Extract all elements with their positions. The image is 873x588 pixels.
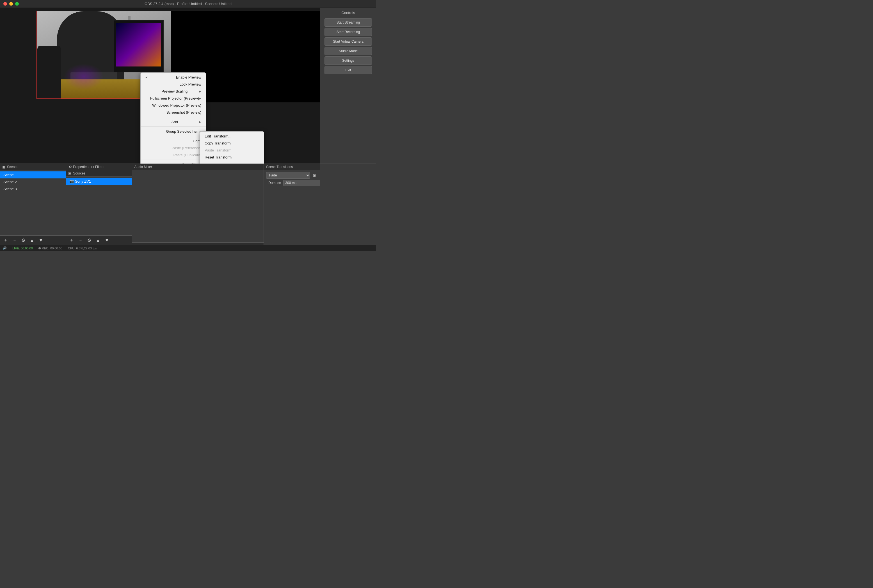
minimize-button[interactable]: [9, 2, 13, 6]
audio-mixer-content: [132, 170, 264, 242]
transitions-duration-row: Duration: [266, 179, 317, 187]
scenes-settings-button[interactable]: ⚙: [20, 237, 26, 243]
sources-up-button[interactable]: ▲: [95, 237, 101, 243]
sources-label: Sources: [73, 171, 85, 176]
ctx-lock-preview[interactable]: Lock Preview: [141, 81, 206, 88]
scenes-footer: ＋ － ⚙ ▲ ▼: [0, 236, 66, 245]
transitions-panel: Scene Transitions Fade ⚙ Duration: [264, 164, 320, 245]
ctx-preview-scaling[interactable]: Preview Scaling ▶: [141, 88, 206, 95]
sources-panel: ⚙ Properties ⊡ Filters ▣ Sources 📷 Sony …: [66, 164, 132, 245]
start-streaming-button[interactable]: Start Streaming: [325, 18, 372, 27]
maximize-button[interactable]: [15, 2, 19, 6]
scenes-icon: ▣: [2, 165, 5, 169]
context-menu: Enable Preview Lock Preview Preview Scal…: [140, 72, 206, 164]
sources-settings-button[interactable]: ⚙: [86, 237, 92, 243]
preview-scaling-arrow: ▶: [199, 90, 201, 93]
scenes-header: ▣ Scenes: [0, 164, 66, 170]
sources-header: ▣ Sources: [66, 170, 132, 177]
status-bar: 🔊 LIVE: 00:00:00 REC: 00:00:00 CPU: 6.8%…: [0, 245, 376, 251]
transitions-header: Scene Transitions: [264, 164, 320, 170]
live-status: LIVE: 00:00:00: [12, 247, 33, 250]
ctx-fullscreen-projector-preview[interactable]: Fullscreen Projector (Preview) ▶: [141, 95, 206, 102]
ctx-enable-preview[interactable]: Enable Preview: [141, 74, 206, 81]
rec-status: REC: 00:00:00: [39, 247, 62, 250]
transitions-settings-button[interactable]: ⚙: [311, 172, 317, 179]
ctx-screenshot-preview[interactable]: Screenshot (Preview): [141, 109, 206, 116]
properties-label: Properties: [73, 165, 89, 169]
ctx-paste-duplicate: Paste (Duplicate): [141, 152, 206, 159]
cpu-status: CPU: 6.8%,29.03 fps: [68, 247, 97, 250]
main-area: Enable Preview Lock Preview Preview Scal…: [0, 8, 376, 251]
transitions-type-select[interactable]: Fade: [266, 172, 310, 179]
scenes-panel: ▣ Scenes Scene Scene 2 Scene 3 ＋ － ⚙ ▲ ▼: [0, 164, 66, 245]
bottom-panels: ▣ Scenes Scene Scene 2 Scene 3 ＋ － ⚙ ▲ ▼…: [0, 164, 376, 245]
preview-canvas[interactable]: Enable Preview Lock Preview Preview Scal…: [0, 8, 376, 164]
scenes-list: Scene Scene 2 Scene 3: [0, 170, 66, 236]
ctx-add[interactable]: Add ▶: [141, 118, 206, 125]
transform-rotate-cw[interactable]: Rotate 90 degrees Clockwise: [200, 163, 264, 164]
controls-bottom: [320, 164, 376, 245]
ctx-sep2: [141, 126, 206, 127]
ctx-sep1: [141, 117, 206, 117]
controls-panel: Controls Start Streaming Start Recording…: [320, 8, 376, 164]
audio-mixer-footer: [132, 242, 264, 245]
sources-footer: ＋ － ⚙ ▲ ▼: [66, 236, 132, 245]
transform-edit[interactable]: Edit Transform...: [200, 133, 264, 140]
exit-button[interactable]: Exit: [325, 66, 372, 74]
transform-reset[interactable]: Reset Transform: [200, 154, 264, 161]
scene-item-1[interactable]: Scene: [0, 171, 66, 178]
studio-mode-button[interactable]: Studio Mode: [325, 47, 372, 55]
transitions-type-row: Fade ⚙: [266, 172, 317, 179]
audio-mixer-label: Audio Mixer: [134, 165, 152, 169]
filters-button[interactable]: ⊡ Filters: [91, 165, 104, 169]
ctx-group-selected[interactable]: Group Selected Items: [141, 128, 206, 135]
ctx-copy-filters: Copy Filters: [141, 161, 206, 164]
scenes-label: Scenes: [7, 165, 18, 169]
filters-label: Filters: [95, 165, 104, 169]
properties-button[interactable]: ⚙ Properties: [69, 165, 89, 169]
source-item-1[interactable]: 📷 Sony ZV1: [66, 178, 132, 185]
sources-top-bar: ⚙ Properties ⊡ Filters: [66, 164, 132, 170]
rec-dot: [39, 247, 41, 249]
transform-paste: Paste Transform: [200, 147, 264, 154]
ctx-sep3: [141, 136, 206, 136]
duration-label: Duration: [268, 181, 281, 185]
ctx-copy[interactable]: Copy: [141, 138, 206, 144]
audio-mixer-panel: Audio Mixer: [132, 164, 264, 245]
controls-title: Controls: [341, 10, 355, 15]
scenes-add-button[interactable]: ＋: [2, 237, 9, 244]
start-virtual-camera-button[interactable]: Start Virtual Camera: [325, 37, 372, 46]
window-controls: [3, 2, 19, 6]
add-arrow: ▶: [199, 120, 201, 123]
transform-submenu: Edit Transform... Copy Transform Paste T…: [200, 131, 264, 164]
sources-down-button[interactable]: ▼: [104, 237, 110, 243]
close-button[interactable]: [3, 2, 7, 6]
scenes-remove-button[interactable]: －: [11, 237, 18, 244]
fullscreen-projector-preview-arrow: ▶: [199, 97, 201, 100]
scene-item-3[interactable]: Scene 3: [0, 185, 66, 192]
settings-button[interactable]: Settings: [325, 56, 372, 65]
scenes-up-button[interactable]: ▲: [29, 237, 35, 243]
source-camera-icon: 📷: [69, 179, 75, 183]
titlebar: OBS 27.2.4 (mac) - Profile: Untitled - S…: [0, 0, 376, 8]
speaker-icon: 🔊: [3, 246, 7, 250]
sources-list: 📷 Sony ZV1: [66, 177, 132, 236]
scenes-down-button[interactable]: ▼: [38, 237, 44, 243]
audio-mixer-header: Audio Mixer: [132, 164, 264, 170]
filters-icon: ⊡: [91, 165, 94, 169]
ctx-windowed-projector-preview[interactable]: Windowed Projector (Preview): [141, 102, 206, 109]
window-title: OBS 27.2.4 (mac) - Profile: Untitled - S…: [144, 2, 231, 6]
ctx-paste-reference: Paste (Reference): [141, 144, 206, 152]
transform-copy[interactable]: Copy Transform: [200, 140, 264, 147]
sources-remove-button[interactable]: －: [77, 237, 84, 244]
sources-add-button[interactable]: ＋: [68, 237, 75, 244]
scene-item-2[interactable]: Scene 2: [0, 178, 66, 185]
transitions-content: Fade ⚙ Duration: [264, 170, 320, 189]
properties-icon: ⚙: [69, 165, 72, 169]
sources-icon: ▣: [68, 171, 71, 176]
start-recording-button[interactable]: Start Recording: [325, 28, 372, 36]
